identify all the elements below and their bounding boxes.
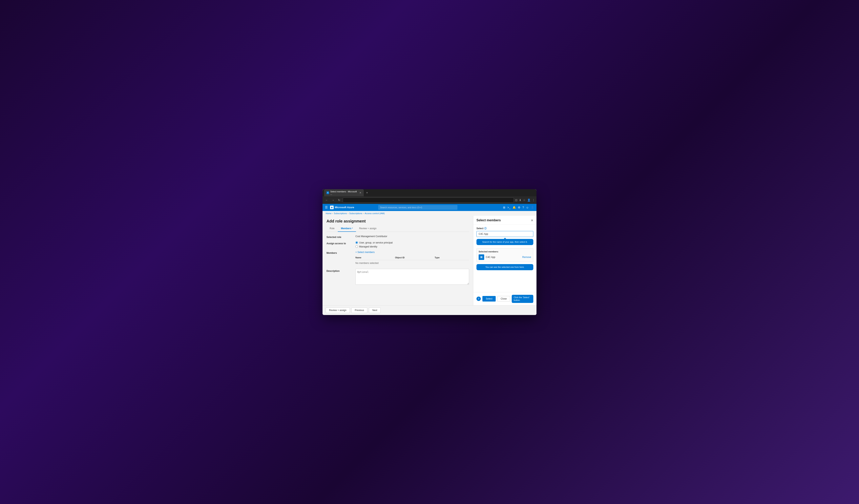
tab-close-button[interactable]: ✕: [359, 192, 361, 194]
panel-close-btn[interactable]: Close: [497, 296, 510, 302]
review-assign-button[interactable]: Review + assign: [326, 307, 350, 313]
members-value: + Select members Name Object ID Type No …: [356, 251, 469, 266]
tab-members-required: *: [352, 227, 353, 230]
azure-logo-text: Microsoft Azure: [335, 206, 354, 209]
azure-header: ☰ Microsoft Azure ⊞ >_ 🔔 ⚙ ? ☺ 👤: [322, 204, 537, 211]
radio-group: User, group, or service principal Manage…: [356, 241, 469, 248]
selected-role-value: Cost Management Contributor: [356, 235, 469, 238]
members-label: Members: [327, 251, 352, 254]
refresh-button[interactable]: ↻: [337, 198, 342, 202]
browser-tab[interactable]: A Select members - Microsoft ... ✕: [324, 189, 364, 196]
previous-button[interactable]: Previous: [351, 307, 367, 313]
right-panel-body: Select ⓘ Search for the name of your app…: [473, 225, 537, 292]
profile-icon[interactable]: 👤: [527, 199, 530, 202]
screen-cast-icon[interactable]: ⊡: [515, 199, 517, 202]
browser-window: A Select members - Microsoft ... ✕ + ← →…: [322, 189, 537, 315]
info-icon[interactable]: ⓘ: [484, 227, 486, 230]
selected-tooltip-text: You can see the selected one from here.: [485, 266, 524, 268]
breadcrumb-iam[interactable]: Access control (IAM): [364, 212, 385, 215]
table-col-type: Type: [435, 256, 458, 259]
new-tab-button[interactable]: +: [365, 191, 369, 195]
tab-review-assign-label: Review + assign: [359, 227, 377, 230]
left-panel: Add role assignment Role Members * Revie…: [322, 216, 473, 305]
selected-members-box: Selected members: C4C App Remove: [477, 248, 533, 262]
panel-close-button[interactable]: ✕: [531, 218, 533, 222]
portal-icon[interactable]: ⊞: [503, 206, 506, 209]
select-search-input[interactable]: [477, 231, 533, 237]
notifications-icon[interactable]: 🔔: [513, 206, 516, 209]
browser-titlebar: A Select members - Microsoft ... ✕ +: [322, 189, 537, 196]
forward-button[interactable]: →: [330, 198, 336, 202]
description-label: Description: [327, 269, 352, 272]
step-badge: 7: [477, 296, 481, 301]
radio-managed-identity-input[interactable]: [356, 245, 358, 248]
settings-icon[interactable]: ⚙: [518, 206, 521, 209]
next-button[interactable]: Next: [369, 307, 380, 313]
form-section: Selected role Cost Management Contributo…: [327, 235, 469, 285]
azure-logo-icon: [330, 205, 334, 209]
select-button[interactable]: Select: [482, 296, 496, 302]
select-tooltip: Click the 'Select' button.: [512, 295, 533, 303]
azure-search-input[interactable]: [378, 205, 457, 210]
breadcrumb-subscriptions[interactable]: Subscriptions: [334, 212, 347, 215]
radio-managed-identity[interactable]: Managed identity: [356, 245, 469, 248]
table-col-id: Object ID: [395, 256, 435, 259]
tab-role-label: Role: [330, 227, 335, 230]
right-panel-title: Select members: [477, 218, 501, 222]
description-textarea[interactable]: [356, 269, 469, 285]
search-tooltip: Search for the name of your app, then se…: [477, 239, 533, 245]
members-row: Members + Select members Name Object ID: [327, 251, 469, 266]
search-tooltip-text: Search for the name of your app, then se…: [482, 241, 528, 243]
tab-members[interactable]: Members *: [338, 226, 356, 232]
radio-managed-identity-label: Managed identity: [359, 245, 377, 248]
browser-toolbar: ← → ↻ portal.azure.com/#view/Microsoft_A…: [322, 196, 537, 204]
download-icon[interactable]: ⬇: [519, 199, 522, 202]
svg-rect-2: [481, 256, 482, 258]
select-tooltip-text: Click the 'Select' button.: [514, 296, 529, 301]
radio-user-group-label: User, group, or service principal: [359, 241, 393, 244]
remove-member-link[interactable]: Remove: [522, 256, 531, 259]
azure-content: Home › Subscriptions › Subscriptions › A…: [322, 211, 537, 315]
breadcrumb-home[interactable]: Home: [326, 212, 331, 215]
hamburger-icon[interactable]: ☰: [325, 205, 328, 209]
page-title: Add role assignment: [327, 219, 469, 224]
svg-marker-0: [331, 207, 333, 208]
tab-role[interactable]: Role: [327, 226, 338, 232]
select-members-panel: Select members ✕ Select ⓘ Search for the…: [473, 216, 537, 305]
page-title-text: Add role assignment: [327, 219, 366, 224]
selected-role-label: Selected role: [327, 235, 352, 239]
tab-favicon: A: [327, 192, 329, 194]
breadcrumb: Home › Subscriptions › Subscriptions › A…: [322, 211, 537, 216]
select-members-link[interactable]: + Select members: [356, 251, 469, 254]
account-icon[interactable]: 👤: [531, 206, 534, 209]
table-header: Name Object ID Type: [356, 255, 469, 260]
select-label-text: Select: [477, 227, 483, 230]
tab-review-assign[interactable]: Review + assign: [356, 226, 380, 232]
members-table: Name Object ID Type No members selected: [356, 255, 469, 266]
tab-members-label: Members: [341, 227, 351, 230]
breadcrumb-subscription-name[interactable]: Subscriptions: [349, 212, 362, 215]
selected-tooltip: You can see the selected one from here.: [477, 264, 533, 270]
bookmark-icon[interactable]: ☆: [523, 199, 526, 202]
address-bar[interactable]: portal.azure.com/#view/Microsoft_Azure_A…: [343, 198, 514, 203]
back-button[interactable]: ←: [324, 198, 329, 202]
feedback-icon[interactable]: ☺: [526, 206, 529, 209]
description-value: [356, 269, 469, 285]
right-panel-header: Select members ✕: [473, 216, 537, 225]
menu-icon[interactable]: ⋮: [532, 199, 535, 202]
shell-icon[interactable]: >_: [507, 206, 511, 209]
azure-logo: Microsoft Azure: [330, 205, 354, 209]
assign-access-row: Assign access to User, group, or service…: [327, 241, 469, 248]
selected-role-row: Selected role Cost Management Contributo…: [327, 235, 469, 239]
selected-member-item: C4C App Remove: [479, 254, 531, 260]
toolbar-icons: ⊡ ⬇ ☆ 👤 ⋮: [515, 199, 535, 202]
azure-app: ☰ Microsoft Azure ⊞ >_ 🔔 ⚙ ? ☺ 👤: [322, 204, 537, 315]
tab-title: Select members - Microsoft ...: [330, 190, 357, 195]
radio-user-group-input[interactable]: [356, 241, 358, 244]
radio-user-group[interactable]: User, group, or service principal: [356, 241, 469, 244]
header-right-icons: ⊞ >_ 🔔 ⚙ ? ☺ 👤: [503, 206, 534, 209]
select-members-link-text: + Select members: [356, 251, 375, 254]
select-field-label: Select ⓘ: [477, 227, 533, 230]
help-icon[interactable]: ?: [523, 206, 524, 209]
description-row: Description: [327, 269, 469, 285]
